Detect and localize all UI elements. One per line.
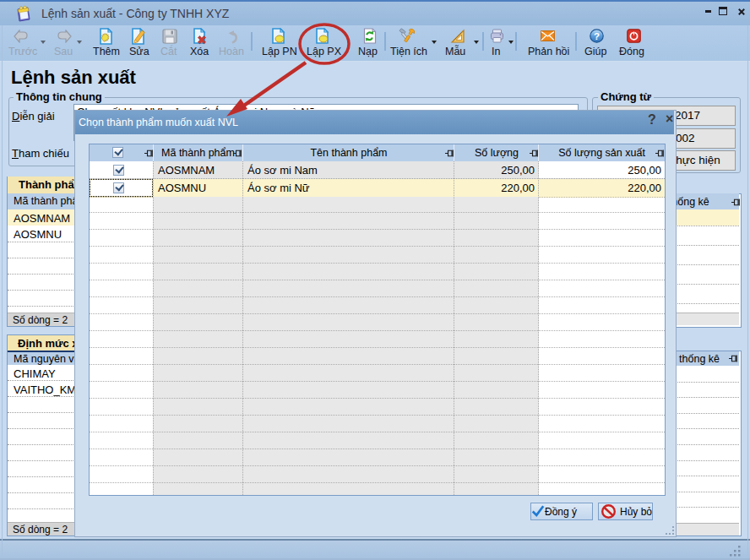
svg-text:?: ? xyxy=(594,31,600,41)
